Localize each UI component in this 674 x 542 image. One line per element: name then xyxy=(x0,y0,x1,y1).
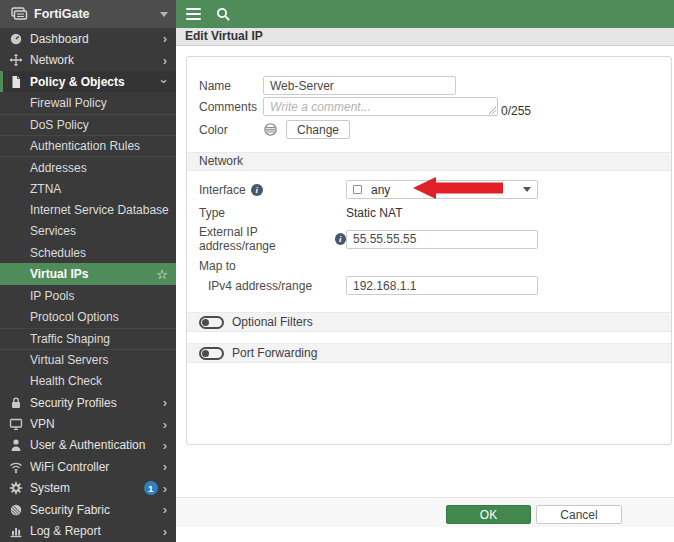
content-area: Name Comments 0/255 Color Change Ne xyxy=(176,46,674,542)
optional-filters-row: Optional Filters xyxy=(187,312,671,332)
chevron-down-icon xyxy=(160,12,168,17)
network-section-header: Network xyxy=(187,152,671,171)
page-title: Edit Virtual IP xyxy=(176,28,674,46)
chevron-right-icon: › xyxy=(163,525,167,538)
external-ip-row: External IP address/range i xyxy=(199,225,659,253)
color-row: Color Change xyxy=(199,120,659,139)
sidebar-item-internet-service-database[interactable]: Internet Service Database xyxy=(0,199,176,220)
sidebar-item-firewall-policy[interactable]: Firewall Policy xyxy=(0,92,176,113)
name-row: Name xyxy=(199,76,659,95)
sidebar-item-dashboard[interactable]: Dashboard › xyxy=(0,28,176,49)
sidebar-item-services[interactable]: Services xyxy=(0,221,176,242)
document-icon xyxy=(8,74,23,89)
comments-input[interactable] xyxy=(263,97,498,116)
map-to-label: Map to xyxy=(199,259,346,273)
chevron-right-icon: › xyxy=(163,439,167,452)
monitor-icon xyxy=(8,417,23,432)
star-icon[interactable]: ☆ xyxy=(156,268,168,281)
ipv4-label: IPv4 address/range xyxy=(199,279,346,293)
sidebar-item-user-authentication[interactable]: User & Authentication › xyxy=(0,435,176,456)
external-ip-label: External IP address/range i xyxy=(199,225,346,253)
menu-icon[interactable] xyxy=(186,8,201,21)
fortigate-logo xyxy=(10,6,28,22)
person-icon xyxy=(8,438,23,453)
interface-value: any xyxy=(371,183,390,197)
map-to-row: Map to xyxy=(199,259,659,273)
sidebar-item-schedules[interactable]: Schedules xyxy=(0,242,176,263)
interface-dropdown[interactable]: any xyxy=(346,180,538,199)
edit-virtual-ip-form: Name Comments 0/255 Color Change Ne xyxy=(186,56,672,445)
type-row: Type Static NAT xyxy=(199,206,659,220)
sidebar-item-dos-policy[interactable]: DoS Policy xyxy=(0,114,176,135)
chevron-right-icon: › xyxy=(163,396,167,409)
gear-icon xyxy=(8,481,23,496)
sidebar-item-authentication-rules[interactable]: Authentication Rules xyxy=(0,135,176,156)
name-label: Name xyxy=(199,79,263,93)
sidebar-item-protocol-options[interactable]: Protocol Options xyxy=(0,306,176,327)
type-value: Static NAT xyxy=(346,206,402,220)
interface-label: Interface i xyxy=(199,183,346,197)
chevron-right-icon: › xyxy=(163,503,167,516)
comments-label: Comments xyxy=(199,100,263,114)
fabric-icon xyxy=(8,502,23,517)
search-icon[interactable] xyxy=(216,7,231,22)
color-change-button[interactable]: Change xyxy=(286,120,350,139)
color-palette-icon xyxy=(263,122,278,137)
sidebar-item-traffic-shaping[interactable]: Traffic Shaping xyxy=(0,328,176,349)
optional-filters-label: Optional Filters xyxy=(232,315,313,329)
optional-filters-toggle[interactable] xyxy=(199,316,224,329)
form-footer: OK Cancel xyxy=(176,497,674,527)
chevron-right-icon: › xyxy=(163,54,167,67)
external-ip-input[interactable] xyxy=(346,230,538,249)
top-bar xyxy=(176,0,674,28)
ipv4-input[interactable] xyxy=(346,276,538,295)
comments-counter: 0/255 xyxy=(501,104,531,118)
sidebar-item-health-check[interactable]: Health Check xyxy=(0,371,176,392)
sidebar-item-security-profiles[interactable]: Security Profiles › xyxy=(0,392,176,413)
gauge-icon xyxy=(8,31,23,46)
port-forwarding-toggle[interactable] xyxy=(199,347,224,360)
ipv4-row: IPv4 address/range xyxy=(199,276,659,295)
color-label: Color xyxy=(199,123,263,137)
sidebar-item-vpn[interactable]: VPN › xyxy=(0,413,176,434)
comments-row: Comments 0/255 xyxy=(199,97,659,116)
sidebar-item-log-report[interactable]: Log & Report › xyxy=(0,520,176,541)
fortigate-header[interactable]: FortiGate xyxy=(0,0,176,28)
notification-badge: 1 xyxy=(144,481,158,495)
sidebar-item-ztna[interactable]: ZTNA xyxy=(0,178,176,199)
cancel-button[interactable]: Cancel xyxy=(536,505,622,524)
port-forwarding-label: Port Forwarding xyxy=(232,346,317,360)
dropdown-caret-icon xyxy=(523,187,531,192)
lock-icon xyxy=(8,395,23,410)
info-icon[interactable]: i xyxy=(335,233,346,245)
wifi-icon xyxy=(8,459,23,474)
port-forwarding-row: Port Forwarding xyxy=(187,343,671,363)
sidebar-item-addresses[interactable]: Addresses xyxy=(0,156,176,177)
interface-row: Interface i any xyxy=(199,180,659,199)
sidebar-item-virtual-ips[interactable]: Virtual IPs ☆ xyxy=(0,263,176,284)
sidebar-item-policy-objects[interactable]: Policy & Objects › xyxy=(0,71,176,92)
chevron-right-icon: › xyxy=(163,32,167,45)
sidebar: FortiGate Dashboard › Network › Policy &… xyxy=(0,0,176,542)
app-title: FortiGate xyxy=(34,7,160,21)
move-arrows-icon xyxy=(8,53,23,68)
chevron-right-icon: › xyxy=(163,482,167,495)
sidebar-item-ip-pools[interactable]: IP Pools xyxy=(0,285,176,306)
sidebar-item-wifi-controller[interactable]: WiFi Controller › xyxy=(0,456,176,477)
sidebar-item-virtual-servers[interactable]: Virtual Servers xyxy=(0,349,176,370)
chevron-right-icon: › xyxy=(163,460,167,473)
sidebar-item-security-fabric[interactable]: Security Fabric › xyxy=(0,499,176,520)
chevron-right-icon: › xyxy=(163,418,167,431)
bar-chart-icon xyxy=(8,524,23,539)
sidebar-item-system[interactable]: System 1 › xyxy=(0,478,176,499)
type-label: Type xyxy=(199,206,346,220)
sidebar-item-network[interactable]: Network › xyxy=(0,49,176,70)
checkbox-icon[interactable] xyxy=(353,185,362,194)
info-icon[interactable]: i xyxy=(251,184,263,196)
main-area: Edit Virtual IP Name Comments 0/255 Colo… xyxy=(176,0,674,542)
ok-button[interactable]: OK xyxy=(446,505,531,524)
chevron-down-icon: › xyxy=(157,79,170,83)
name-input[interactable] xyxy=(263,76,456,95)
